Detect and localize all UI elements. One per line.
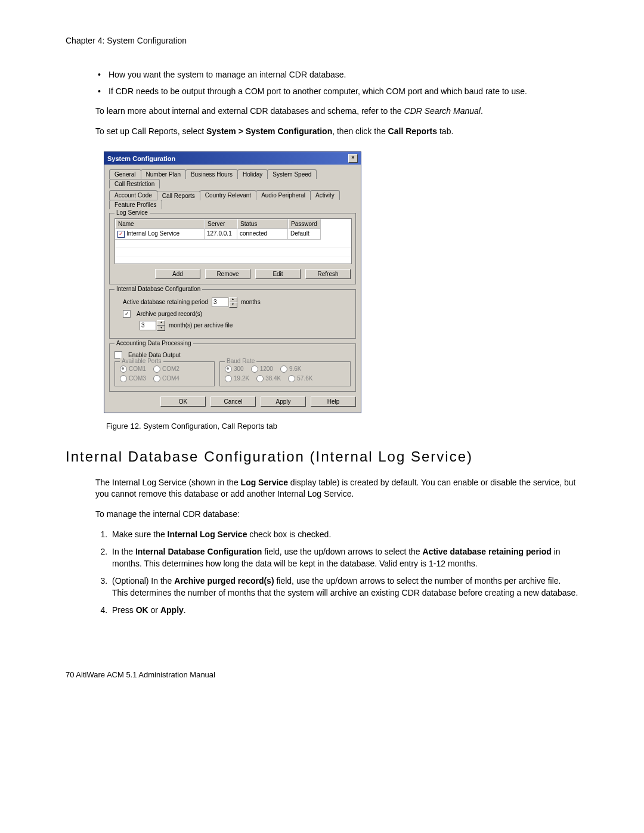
tab-call-reports[interactable]: Call Reports — [157, 191, 200, 200]
spin-down-icon[interactable]: ▾ — [157, 326, 165, 331]
group-legend: Log Service — [114, 209, 150, 216]
close-icon[interactable]: × — [348, 154, 358, 163]
dialog-title: System Configuration — [107, 155, 175, 162]
tab-feature-profiles[interactable]: Feature Profiles — [109, 200, 162, 209]
radio-baud-300[interactable]: 300 — [225, 366, 244, 373]
apply-button[interactable]: Apply — [261, 397, 306, 407]
edit-button[interactable]: Edit — [255, 269, 301, 279]
archive-months-spinner[interactable]: ▴▾ — [140, 320, 165, 331]
paragraph: To learn more about internal and externa… — [95, 106, 578, 117]
bullet-item: If CDR needs to be output through a COM … — [95, 86, 578, 98]
radio-baud-38400[interactable]: 38.4K — [256, 375, 281, 382]
tab-activity[interactable]: Activity — [310, 190, 340, 200]
list-item: In the Internal Database Configuration f… — [110, 546, 578, 569]
numbered-list: Make sure the Internal Log Service check… — [95, 529, 578, 617]
retain-label: Active database retaining period — [123, 299, 208, 305]
group-legend: Internal Database Configuration — [114, 286, 202, 292]
archive-suffix-label: month(s) per archive file — [169, 322, 233, 329]
column-header-server[interactable]: Server — [205, 219, 237, 229]
retain-period-spinner[interactable]: ▴▾ — [212, 297, 237, 308]
help-button[interactable]: Help — [311, 397, 356, 407]
column-header-password[interactable]: Password — [288, 219, 321, 229]
text: . — [481, 106, 483, 116]
cell-status: connected — [237, 229, 288, 239]
baud-rate-group: Baud Rate 300 1200 9.6K 19.2K 38.4K 57.6… — [219, 361, 351, 386]
paragraph: To manage the internal CDR database: — [95, 509, 578, 521]
group-legend: Accounting Data Processing — [114, 340, 193, 346]
tab-country-relevant[interactable]: Country Relevant — [200, 190, 256, 200]
radio-com2[interactable]: COM2 — [153, 366, 179, 373]
spin-up-icon[interactable]: ▴ — [157, 320, 165, 326]
paragraph: To set up Call Reports, select System > … — [95, 126, 578, 138]
figure-caption: Figure 12. System Configuration, Call Re… — [106, 422, 578, 431]
tab-account-code[interactable]: Account Code — [109, 190, 157, 200]
radio-baud-1200[interactable]: 1200 — [251, 366, 273, 373]
refresh-button[interactable]: Refresh — [305, 269, 351, 279]
text: To set up Call Reports, select — [95, 126, 206, 136]
group-legend: Available Ports — [120, 358, 163, 364]
tab-business-hours[interactable]: Business Hours — [185, 169, 238, 179]
cell-password: Default — [288, 229, 321, 239]
list-item: (Optional) In the Archive purged record(… — [110, 575, 578, 599]
radio-baud-9600[interactable]: 9.6K — [280, 366, 302, 373]
tab-audio-peripheral[interactable]: Audio Peripheral — [256, 190, 311, 200]
group-legend: Baud Rate — [225, 358, 256, 364]
tab-call-restriction[interactable]: Call Restriction — [109, 179, 160, 188]
archive-months-input[interactable] — [140, 321, 156, 330]
chapter-header: Chapter 4: System Configuration — [66, 36, 578, 45]
section-heading: Internal Database Configuration (Interna… — [66, 448, 578, 465]
bullet-list: How you want the system to manage an int… — [95, 69, 578, 97]
spin-down-icon[interactable]: ▾ — [229, 302, 237, 308]
tab-row-1: General Number Plan Business Hours Holid… — [109, 169, 356, 188]
dialog-titlebar: System Configuration × — [104, 152, 361, 165]
radio-com4[interactable]: COM4 — [153, 375, 179, 382]
spin-up-icon[interactable]: ▴ — [229, 297, 237, 302]
cell-server: 127.0.0.1 — [205, 229, 237, 239]
bullet-item: How you want the system to manage an int… — [95, 69, 578, 81]
remove-button[interactable]: Remove — [205, 269, 250, 279]
cancel-button[interactable]: Cancel — [210, 397, 256, 407]
retain-period-input[interactable] — [212, 298, 228, 307]
internal-log-service-checkbox[interactable]: ✓ — [117, 231, 125, 238]
reference-title: CDR Search Manual — [404, 106, 481, 116]
empty-rows — [115, 240, 351, 264]
radio-com3[interactable]: COM3 — [120, 375, 146, 382]
tab-row-2: Account Code Call Reports Country Releva… — [109, 190, 356, 209]
log-service-table: Name Server Status Password ✓Internal Lo… — [114, 218, 352, 264]
term: Log Service — [241, 478, 288, 487]
paragraph: The Internal Log Service (shown in the L… — [95, 477, 578, 500]
months-label: months — [241, 299, 261, 305]
add-button[interactable]: Add — [155, 269, 200, 279]
text: tab. — [437, 126, 453, 136]
tab-name: Call Reports — [388, 126, 437, 136]
page-footer: 70 AltiWare ACM 5.1 Administration Manua… — [66, 670, 578, 679]
column-header-status[interactable]: Status — [237, 219, 288, 229]
cell-name: Internal Log Service — [126, 230, 179, 237]
radio-com1[interactable]: COM1 — [120, 366, 146, 373]
tab-system-speed[interactable]: System Speed — [267, 169, 317, 179]
archive-purged-label: Archive purged record(s) — [137, 311, 202, 317]
tab-general[interactable]: General — [109, 169, 141, 179]
menu-path: System > System Configuration — [206, 126, 332, 136]
available-ports-group: Available Ports COM1 COM2 COM3 COM4 — [114, 361, 215, 386]
list-item: Make sure the Internal Log Service check… — [110, 529, 578, 541]
radio-baud-19200[interactable]: 19.2K — [225, 375, 249, 382]
tab-holiday[interactable]: Holiday — [237, 169, 268, 179]
ok-button[interactable]: OK — [160, 397, 206, 407]
text: To learn more about internal and externa… — [95, 106, 404, 116]
system-configuration-dialog: System Configuration × General Number Pl… — [104, 151, 361, 413]
tab-number-plan[interactable]: Number Plan — [141, 169, 186, 179]
archive-purged-checkbox[interactable]: ✓ — [123, 310, 131, 318]
table-row[interactable]: ✓Internal Log Service 127.0.0.1 connecte… — [115, 229, 351, 239]
list-item: Press OK or Apply. — [110, 605, 578, 617]
radio-baud-57600[interactable]: 57.6K — [288, 375, 312, 382]
accounting-data-group: Accounting Data Processing Enable Data O… — [109, 343, 356, 392]
column-header-name[interactable]: Name — [115, 219, 205, 229]
internal-database-group: Internal Database Configuration Active d… — [109, 289, 356, 339]
text: , then click the — [332, 126, 388, 136]
log-service-group: Log Service Name Server Status Password … — [109, 213, 356, 284]
text: The Internal Log Service (shown in the — [95, 478, 241, 487]
